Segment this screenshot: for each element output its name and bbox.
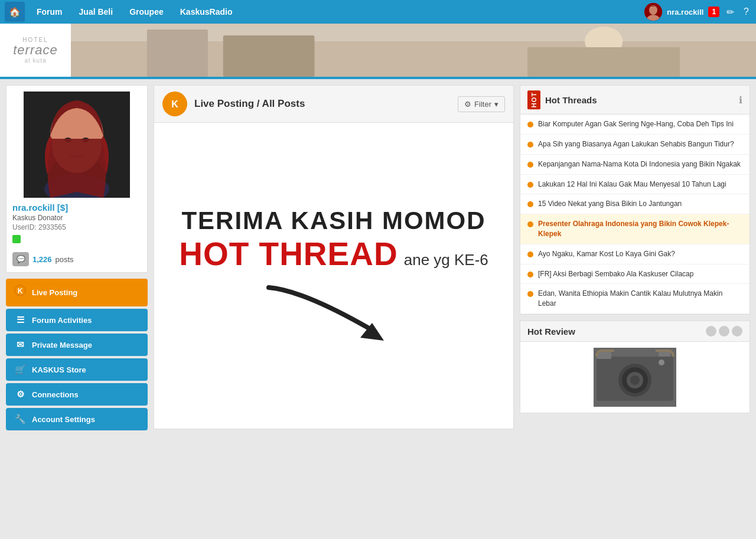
user-area: nra.rockill 1 ✏ ?: [644, 3, 751, 21]
sidebar-item-forum-activities[interactable]: ☰ Forum Activities: [6, 309, 148, 331]
filter-arrow-icon: ▾: [494, 100, 498, 109]
online-status: [12, 235, 21, 243]
nav-item-jual-beli[interactable]: Jual Beli: [71, 4, 122, 20]
hot-thread-title-4: Lakukan 12 Hal Ini Kalau Gak Mau Menyesa…: [538, 179, 726, 190]
right-sidebar: HOT Hot Threads ℹ Biar Komputer Agan Gak…: [520, 85, 750, 430]
hot-thread-text1: TERIMA KASIH MOMOD: [168, 207, 499, 235]
svg-point-30: [659, 360, 664, 365]
hot-thread-item-2[interactable]: Apa Sih yang Biasanya Agan Lakukan Sehab…: [520, 135, 750, 155]
hot-thread-item-1[interactable]: Biar Komputer Agan Gak Sering Nge-Hang, …: [520, 115, 750, 135]
hot-review-body: [520, 342, 750, 413]
nav-item-forum[interactable]: Forum: [28, 4, 71, 20]
hot-thread-title-6: Presenter Olahraga Indonesia yang Bikin …: [538, 219, 742, 239]
hot-label: HOT: [527, 90, 540, 109]
pagination-dot-2[interactable]: [719, 326, 729, 337]
sidebar-menu: K Live Posting ☰ Forum Activities ✉ Priv…: [6, 279, 148, 430]
notification-badge[interactable]: 1: [708, 6, 719, 17]
filter-gear-icon: ⚙: [464, 100, 471, 109]
profile-username[interactable]: nra.rockill [$]: [12, 202, 141, 213]
hot-threads-info-icon[interactable]: ℹ: [739, 94, 742, 106]
pagination-dot-3[interactable]: [732, 326, 742, 337]
hot-thread-dot-1: [527, 122, 533, 128]
content-header: K Live Posting / All Posts ⚙ Filter ▾: [154, 85, 514, 122]
account-settings-icon: 🔧: [14, 414, 26, 424]
hot-thread-title-1: Biar Komputer Agan Gak Sering Nge-Hang, …: [538, 119, 734, 129]
nav-username: nra.rockill: [667, 8, 703, 17]
posts-bubble-icon: 💬: [12, 252, 29, 266]
svg-rect-6: [223, 35, 315, 77]
hot-thread-dot-9: [527, 291, 533, 297]
user-avatar-small[interactable]: [644, 3, 662, 21]
hot-threads-header: HOT Hot Threads ℹ: [520, 86, 750, 115]
profile-avatar: [24, 92, 130, 198]
pagination-dot-1[interactable]: [706, 326, 716, 337]
filter-button[interactable]: ⚙ Filter ▾: [458, 96, 505, 112]
hot-thread-title-3: Kepanjangan Nama-Nama Kota Di Indonesia …: [538, 159, 741, 169]
profile-card: nra.rockill [$] Kaskus Donator UserID: 2…: [6, 85, 148, 273]
filter-label: Filter: [474, 100, 491, 109]
profile-role: Kaskus Donator: [12, 214, 141, 222]
hot-thread-title-5: 15 Video Nekat yang Bisa Bikin Lo Jantun…: [538, 199, 682, 209]
hot-thread-dot-8: [527, 272, 533, 277]
content-title: Live Posting / All Posts: [194, 98, 305, 110]
hot-threads-title: Hot Threads: [545, 95, 734, 105]
edit-icon[interactable]: ✏: [724, 4, 737, 20]
nav-item-kaskus-radio[interactable]: KaskusRadio: [172, 4, 241, 20]
hot-review-image: [594, 348, 676, 407]
hot-thread-text3: ane yg KE-6: [404, 251, 488, 269]
nav-item-groupee[interactable]: Groupee: [121, 4, 172, 20]
help-icon[interactable]: ?: [741, 4, 751, 19]
content-body: TERIMA KASIH MOMOD HOT THREAD ane yg KE-…: [154, 122, 514, 429]
posts-count-value: 1,226: [32, 255, 52, 264]
connections-icon: ⚙: [14, 389, 26, 400]
svg-rect-5: [147, 30, 208, 77]
hotel-name: terrace: [13, 43, 57, 57]
hot-thread-dot-6: [527, 221, 533, 227]
connections-label: Connections: [32, 390, 79, 399]
sidebar-item-account-settings[interactable]: 🔧 Account Settings: [6, 408, 148, 430]
hot-thread-dot-5: [527, 201, 533, 207]
home-button[interactable]: 🏠: [5, 2, 25, 22]
svg-rect-8: [527, 47, 680, 77]
hot-thread-title-9: Edan, Wanita Ethiopia Makin Cantik Kalau…: [538, 289, 742, 309]
hot-thread-item-7[interactable]: Ayo Ngaku, Kamar Kost Lo Kaya Gini Gak?: [520, 244, 750, 264]
sidebar-item-private-message[interactable]: ✉ Private Message: [6, 334, 148, 356]
sidebar-item-live-posting[interactable]: K Live Posting: [6, 279, 148, 306]
sidebar-item-connections[interactable]: ⚙ Connections: [6, 383, 148, 406]
hot-threads-panel: HOT Hot Threads ℹ Biar Komputer Agan Gak…: [520, 85, 750, 315]
hot-thread-item-4[interactable]: Lakukan 12 Hal Ini Kalau Gak Mau Menyesa…: [520, 175, 750, 195]
kaskus-logo: K: [162, 92, 187, 116]
hot-thread-text2: HOT THREAD: [179, 235, 398, 273]
hot-thread-title-2: Apa Sih yang Biasanya Agan Lakukan Sehab…: [538, 139, 734, 149]
banner: HOTEL terrace at kuta: [0, 24, 756, 77]
svg-point-27: [630, 375, 640, 385]
hot-review-header: Hot Review: [520, 321, 750, 342]
kaskus-store-label: KASKUS Store: [32, 365, 86, 374]
hot-threads-list: Biar Komputer Agan Gak Sering Nge-Hang, …: [520, 115, 750, 314]
hot-review-panel: Hot Review: [520, 321, 750, 413]
hotel-logo: HOTEL terrace at kuta: [0, 24, 71, 77]
forum-activities-label: Forum Activities: [32, 316, 92, 325]
hot-thread-arrow: [168, 279, 499, 345]
hot-thread-item-5[interactable]: 15 Video Nekat yang Bisa Bikin Lo Jantun…: [520, 194, 750, 214]
sidebar-item-kaskus-store[interactable]: 🛒 KASKUS Store: [6, 358, 148, 381]
private-message-icon: ✉: [14, 339, 26, 350]
pagination-dots: [706, 326, 742, 337]
svg-text:K: K: [18, 287, 23, 295]
svg-marker-17: [18, 296, 22, 299]
posts-label: posts: [56, 255, 74, 264]
svg-text:K: K: [171, 99, 178, 109]
private-message-label: Private Message: [32, 341, 92, 349]
hot-thread-item-6[interactable]: Presenter Olahraga Indonesia yang Bikin …: [520, 214, 750, 244]
posts-count-area: 💬 1,226 posts: [12, 252, 141, 266]
hot-thread-item-9[interactable]: Edan, Wanita Ethiopia Makin Cantik Kalau…: [520, 284, 750, 314]
live-posting-icon: K: [14, 285, 26, 300]
hot-thread-title-8: [FR] Aksi Berbagi Sembako Ala Kaskuser C…: [538, 269, 693, 279]
hot-thread-dot-3: [527, 162, 533, 168]
hot-thread-dot-7: [527, 251, 533, 257]
hot-thread-item-8[interactable]: [FR] Aksi Berbagi Sembako Ala Kaskuser C…: [520, 264, 750, 285]
center-content: K Live Posting / All Posts ⚙ Filter ▾ TE…: [154, 85, 514, 430]
hot-thread-dot-4: [527, 182, 533, 188]
hot-thread-item-3[interactable]: Kepanjangan Nama-Nama Kota Di Indonesia …: [520, 155, 750, 175]
left-sidebar: nra.rockill [$] Kaskus Donator UserID: 2…: [6, 85, 148, 430]
